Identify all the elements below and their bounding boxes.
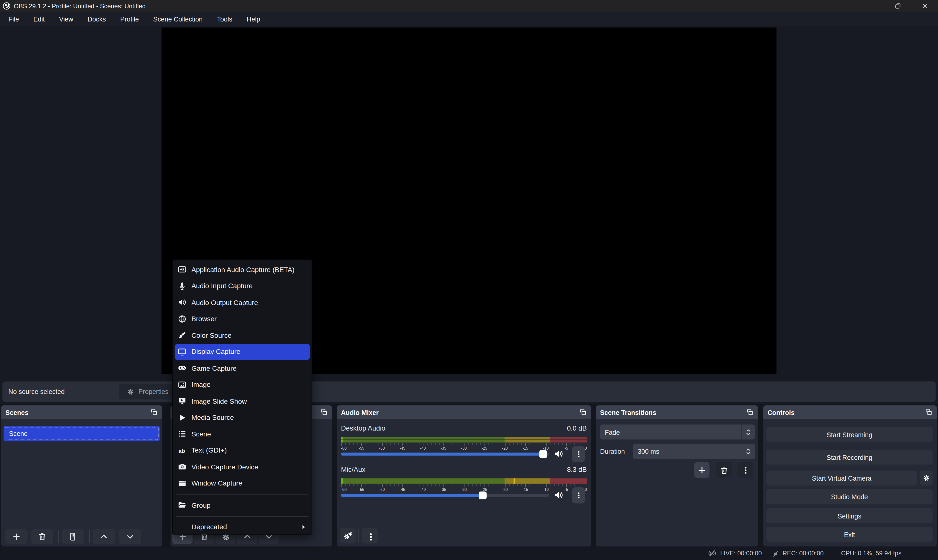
spinner-chevrons-icon (744, 447, 753, 455)
scene-filters-button[interactable] (62, 529, 84, 544)
window-title: OBS 29.1.2 - Profile: Untitled - Scenes:… (14, 2, 146, 9)
play-icon (178, 413, 187, 422)
duration-value: 300 ms (638, 448, 659, 455)
db-tick-label: -10 (543, 487, 549, 491)
remove-scene-button[interactable] (31, 529, 53, 544)
menu-profile[interactable]: Profile (113, 13, 146, 25)
remove-transition-button[interactable] (716, 462, 732, 478)
menu-view[interactable]: View (52, 13, 80, 25)
start-recording-button[interactable]: Start Recording (766, 449, 933, 465)
settings-button[interactable]: Settings (766, 508, 933, 523)
db-tick-label: -5 (565, 487, 568, 491)
rec-status: REC: 00:00:00 (771, 546, 824, 560)
duration-spinbox[interactable]: 300 ms (633, 444, 755, 459)
db-tick-label: -55 (359, 446, 364, 450)
menu-edit[interactable]: Edit (26, 13, 52, 25)
meter-bar (341, 478, 587, 481)
menu-item-audio-input-capture[interactable]: Audio Input Capture (173, 278, 312, 294)
db-tick-label: -15 (523, 446, 528, 450)
menu-item-label: Game Capture (191, 365, 237, 372)
virtual-camera-settings-button[interactable] (920, 471, 932, 486)
menu-item-video-capture-device[interactable]: Video Capture Device (173, 458, 312, 475)
scene-transitions-header: Scene Transitions (596, 405, 758, 419)
transition-options-button[interactable] (738, 462, 753, 478)
cpu-usage: CPU: 0.1%, 59.94 fps (841, 550, 901, 557)
channel-options-button[interactable] (572, 446, 585, 462)
popout-icon[interactable] (150, 408, 158, 416)
mixer-options-button[interactable] (362, 528, 378, 544)
menu-docks[interactable]: Docks (80, 13, 113, 25)
menu-item-text-gdi[interactable]: Text (GDI+) (173, 442, 312, 458)
trash-icon (719, 466, 729, 474)
menu-file[interactable]: File (1, 13, 26, 25)
slider-handle[interactable] (479, 492, 487, 499)
properties-button[interactable]: Properties (119, 384, 176, 400)
advanced-audio-properties-button[interactable] (340, 528, 356, 544)
start-streaming-button[interactable]: Start Streaming (766, 427, 933, 442)
db-tick-label: -60 (341, 487, 347, 491)
controls-panel-title: Controls (767, 409, 795, 416)
mute-toggle-speaker-icon[interactable] (554, 491, 564, 500)
chevron-down-icon (126, 532, 135, 541)
slider-handle[interactable] (539, 450, 547, 458)
no-source-message: No source selected (8, 388, 65, 395)
menu-item-image[interactable]: Image (173, 376, 312, 393)
transition-select[interactable]: Fade (600, 425, 755, 439)
menu-item-label: Color Source (191, 332, 231, 339)
focus-outline (5, 427, 159, 440)
menu-item-label: Text (GDI+) (191, 447, 227, 454)
db-ruler (341, 443, 587, 446)
db-tick-label: -20 (502, 446, 508, 450)
menu-item-image-slide-show[interactable]: Image Slide Show (173, 393, 312, 409)
popout-icon[interactable] (746, 408, 754, 416)
move-scene-up-button[interactable] (92, 529, 115, 544)
db-scale-labels: -60 -55 -50 -45 -40 -35 -30 -25 -20 -15 … (341, 446, 587, 451)
add-transition-button[interactable] (694, 462, 710, 478)
channel-options-button[interactable] (572, 487, 585, 503)
restore-button[interactable] (884, 0, 911, 12)
menu-item-browser[interactable]: Browser (173, 311, 312, 327)
db-tick-label: -30 (461, 487, 467, 491)
volume-slider[interactable] (341, 452, 549, 455)
scenes-panel-title: Scenes (5, 409, 28, 416)
slider-fill (341, 494, 482, 497)
gear-icon (127, 388, 135, 395)
volume-meter (341, 478, 587, 484)
image-icon (178, 380, 187, 389)
menu-tools[interactable]: Tools (210, 13, 240, 25)
scene-list-item[interactable]: Scene (4, 426, 160, 441)
add-scene-button[interactable] (5, 529, 28, 544)
menu-item-game-capture[interactable]: Game Capture (173, 360, 312, 376)
minimize-button[interactable] (857, 0, 884, 12)
menu-item-audio-output-capture[interactable]: Audio Output Capture (173, 294, 312, 311)
popout-icon[interactable] (579, 408, 587, 416)
move-scene-down-button[interactable] (119, 529, 141, 544)
status-bar: LIVE: 00:00:00 REC: 00:00:00 CPU: 0.1%, … (0, 546, 938, 560)
plus-icon (697, 466, 706, 474)
menu-item-window-capture[interactable]: Window Capture (173, 475, 312, 491)
volume-slider[interactable] (341, 494, 549, 497)
db-tick-label: -20 (502, 487, 508, 491)
menu-help[interactable]: Help (239, 13, 267, 25)
close-button[interactable] (911, 0, 938, 12)
popout-icon[interactable] (925, 408, 933, 416)
filters-icon (68, 532, 77, 541)
title-bar: OBS 29.1.2 - Profile: Untitled - Scenes:… (0, 0, 938, 12)
start-virtual-camera-button[interactable]: Start Virtual Camera (766, 471, 917, 486)
menu-item-media-source[interactable]: Media Source (173, 409, 312, 426)
menu-item-group[interactable]: Group (173, 497, 312, 513)
popout-icon[interactable] (320, 408, 328, 416)
channel-level-db: -8.3 dB (565, 466, 587, 473)
menu-item-application-audio-capture[interactable]: Application Audio Capture (BETA) (173, 261, 312, 278)
menu-item-scene[interactable]: Scene (173, 426, 312, 442)
db-scale-labels: -60 -55 -50 -45 -40 -35 -30 -25 -20 -15 … (341, 487, 587, 492)
mute-toggle-speaker-icon[interactable] (554, 449, 564, 458)
exit-button[interactable]: Exit (766, 527, 933, 542)
studio-mode-button[interactable]: Studio Mode (766, 489, 933, 504)
meter-level-tick (341, 478, 343, 481)
menu-scene-collection[interactable]: Scene Collection (146, 13, 210, 25)
trash-icon (38, 532, 47, 541)
menu-item-display-capture[interactable]: Display Capture (175, 344, 310, 360)
menu-item-color-source[interactable]: Color Source (173, 327, 312, 343)
menu-item-deprecated[interactable]: Deprecated (173, 519, 312, 535)
